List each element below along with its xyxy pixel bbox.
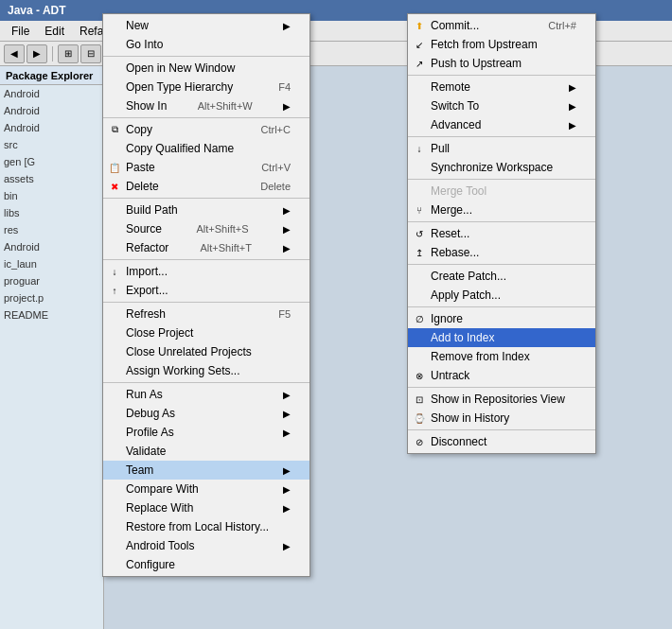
sidebar-item[interactable]: Android: [0, 85, 103, 102]
menu-item-restore-local[interactable]: Restore from Local History...: [103, 517, 309, 536]
disconnect-icon: ⊘: [412, 434, 427, 449]
empty-icon: [107, 98, 122, 114]
submenu-label-untrack: Untrack: [431, 369, 469, 382]
arrow-profile-as: ▶: [264, 428, 291, 438]
menu-item-copy[interactable]: ⧉CopyCtrl+C: [103, 120, 309, 139]
sidebar-item[interactable]: bin: [0, 187, 103, 204]
submenu-item-advanced[interactable]: Advanced▶: [408, 115, 595, 134]
sidebar-item[interactable]: proguar: [0, 272, 103, 289]
submenu-item-synchronize[interactable]: Synchronize Workspace: [408, 158, 595, 177]
menu-item-show-in[interactable]: Show InAlt+Shift+W▶: [103, 96, 309, 115]
menu-label-go-into: Go Into: [126, 38, 163, 51]
menu-file[interactable]: File: [4, 23, 37, 40]
menu-item-new[interactable]: New▶: [103, 16, 309, 35]
submenu-item-pull[interactable]: ↓Pull: [408, 139, 595, 158]
menu-separator: [103, 302, 309, 303]
sidebar-item[interactable]: libs: [0, 204, 103, 221]
menu-label-debug-as: Debug As: [126, 407, 175, 420]
submenu-item-remote[interactable]: Remote▶: [408, 78, 595, 96]
submenu-separator: [408, 221, 595, 222]
remote-icon: [412, 79, 427, 95]
menu-item-compare-with[interactable]: Compare With▶: [103, 480, 309, 498]
sub-arrow-remote: ▶: [550, 82, 576, 93]
sidebar-item[interactable]: res: [0, 221, 103, 238]
menu-item-configure[interactable]: Configure: [103, 555, 309, 574]
menu-label-run-as: Run As: [126, 388, 163, 401]
submenu-item-add-to-index[interactable]: Add to Index: [408, 328, 595, 347]
commit-icon: ⬆: [412, 18, 427, 33]
submenu-item-disconnect[interactable]: ⊘Disconnect: [408, 432, 595, 451]
empty-icon: [107, 37, 122, 52]
submenu-item-commit[interactable]: ⬆Commit...Ctrl+#: [408, 16, 595, 35]
submenu-item-merge[interactable]: ⑂Merge...: [408, 201, 595, 219]
sidebar-item[interactable]: ic_laun: [0, 255, 103, 272]
rebase-icon: ↥: [412, 245, 427, 260]
sidebar-item[interactable]: README: [0, 306, 103, 323]
menu-item-refresh[interactable]: RefreshF5: [103, 305, 309, 323]
menu-item-profile-as[interactable]: Profile As▶: [103, 423, 309, 442]
menu-item-export[interactable]: ↑Export...: [103, 281, 309, 300]
submenu-item-create-patch[interactable]: Create Patch...: [408, 267, 595, 286]
show-repos-icon: ⊡: [412, 392, 427, 407]
sidebar-item[interactable]: src: [0, 136, 103, 153]
menu-item-go-into[interactable]: Go Into: [103, 35, 309, 54]
arrow-replace-with: ▶: [264, 503, 291, 514]
submenu-item-fetch[interactable]: ↙Fetch from Upstream: [408, 35, 595, 54]
toolbar-btn-1[interactable]: ◀: [4, 44, 25, 63]
menu-item-android-tools[interactable]: Android Tools▶: [103, 536, 309, 555]
submenu-label-show-repos: Show in Repositories View: [431, 393, 565, 406]
menu-edit[interactable]: Edit: [37, 23, 72, 40]
submenu-item-show-history[interactable]: ⌚Show in History: [408, 409, 595, 428]
submenu-item-switch-to[interactable]: Switch To▶: [408, 96, 595, 115]
menu-item-copy-qualified[interactable]: Copy Qualified Name: [103, 139, 309, 158]
submenu-label-rebase: Rebase...: [431, 246, 479, 259]
sidebar-item[interactable]: Android: [0, 238, 103, 255]
menu-item-refactor[interactable]: RefactorAlt+Shift+T▶: [103, 238, 309, 257]
submenu-item-rebase[interactable]: ↥Rebase...: [408, 243, 595, 262]
arrow-team: ▶: [264, 465, 291, 476]
menu-item-source[interactable]: SourceAlt+Shift+S▶: [103, 219, 309, 238]
shortcut-paste: Ctrl+V: [242, 162, 291, 173]
menu-item-open-type-hierarchy[interactable]: Open Type HierarchyF4: [103, 78, 309, 96]
sidebar-item[interactable]: Android: [0, 102, 103, 119]
toolbar-btn-4[interactable]: ⊟: [80, 44, 101, 63]
menu-label-close-project: Close Project: [126, 326, 193, 340]
menu-item-debug-as[interactable]: Debug As▶: [103, 404, 309, 423]
shortcut-show-in: Alt+Shift+W: [179, 100, 253, 112]
menu-item-close-unrelated[interactable]: Close Unrelated Projects: [103, 342, 309, 361]
menu-item-close-project[interactable]: Close Project: [103, 323, 309, 342]
menu-item-import[interactable]: ↓Import...: [103, 262, 309, 281]
submenu-item-push[interactable]: ↗Push to Upstream: [408, 54, 595, 73]
toolbar-btn-2[interactable]: ▶: [27, 44, 47, 63]
menu-label-refactor: Refactor: [126, 241, 168, 254]
submenu-item-remove-from-index[interactable]: Remove from Index: [408, 347, 595, 366]
submenu-item-show-repos[interactable]: ⊡Show in Repositories View: [408, 390, 595, 409]
submenu-item-reset[interactable]: ↺Reset...: [408, 224, 595, 243]
sidebar-item[interactable]: gen [G: [0, 153, 103, 170]
menu-separator: [103, 382, 309, 383]
sidebar-item[interactable]: project.p: [0, 289, 103, 306]
menu-item-delete[interactable]: ✖DeleteDelete: [103, 177, 309, 196]
menu-item-open-new-window[interactable]: Open in New Window: [103, 59, 309, 78]
submenu-label-advanced: Advanced: [431, 118, 481, 131]
menu-item-paste[interactable]: 📋PasteCtrl+V: [103, 158, 309, 177]
menu-item-build-path[interactable]: Build Path▶: [103, 201, 309, 219]
menu-item-team[interactable]: Team▶: [103, 461, 309, 480]
sidebar-item[interactable]: Android: [0, 119, 103, 136]
menu-item-run-as[interactable]: Run As▶: [103, 385, 309, 404]
submenu-label-push: Push to Upstream: [431, 57, 522, 70]
toolbar-btn-3[interactable]: ⊞: [58, 44, 79, 63]
sidebar-item[interactable]: assets: [0, 170, 103, 187]
menu-item-replace-with[interactable]: Replace With▶: [103, 498, 309, 517]
submenu-item-untrack[interactable]: ⊗Untrack: [408, 366, 595, 385]
submenu-separator: [408, 136, 595, 137]
package-explorer-label: Package Explorer: [6, 70, 93, 81]
context-menu-team: ⬆Commit...Ctrl+#↙Fetch from Upstream↗Pus…: [407, 13, 596, 454]
menu-label-team: Team: [126, 463, 153, 477]
empty-icon: [107, 61, 122, 76]
menu-item-validate[interactable]: Validate: [103, 442, 309, 461]
submenu-item-ignore[interactable]: ∅Ignore: [408, 309, 595, 328]
menu-item-assign-working[interactable]: Assign Working Sets...: [103, 361, 309, 380]
merge-tool-icon: [412, 183, 427, 199]
submenu-item-apply-patch[interactable]: Apply Patch...: [408, 286, 595, 305]
